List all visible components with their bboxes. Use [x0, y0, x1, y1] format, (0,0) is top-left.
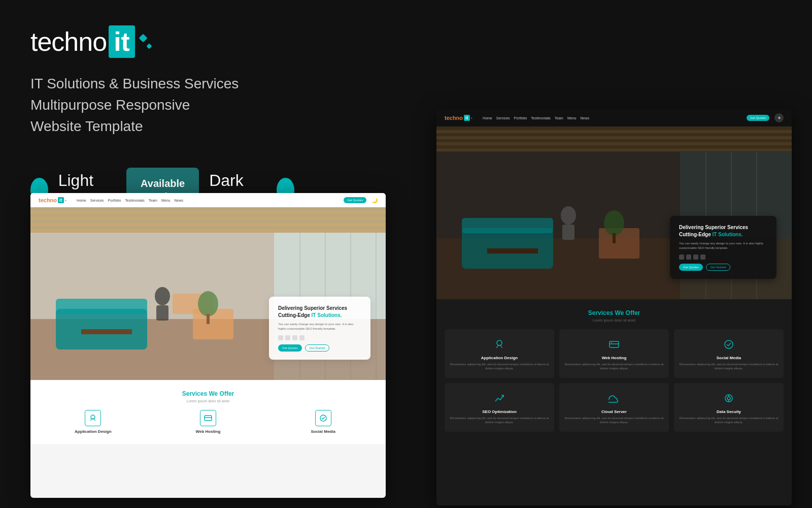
dark-app-design-label: Application Design	[450, 356, 549, 360]
svg-rect-43	[562, 225, 574, 240]
dark-nav-services[interactable]: Services	[496, 116, 510, 120]
logo-area: techno it	[30, 25, 294, 58]
light-nav-portfolio[interactable]: Portfolio	[108, 199, 121, 202]
dark-facebook-icon	[693, 255, 698, 260]
facebook-icon	[292, 335, 297, 340]
svg-point-17	[198, 291, 218, 316]
dark-nav-cta[interactable]: Get Quotes	[747, 115, 769, 121]
svg-point-42	[561, 206, 576, 225]
light-hero-buttons: Get Quotes Get Started	[278, 344, 361, 352]
dark-hero-title: Delivering Superior Services Cutting-Edg…	[679, 224, 767, 238]
logo-it-box: it	[109, 25, 135, 58]
dark-social-media-desc: Ronsectetur adipiscing elit, sed do elus…	[679, 362, 779, 371]
logo-dot-1	[139, 34, 147, 43]
tagline-line-3: Website Template	[30, 116, 294, 137]
light-moon-icon[interactable]: 🌙	[371, 198, 378, 203]
dark-social-icons	[679, 255, 767, 260]
dark-hero-desc: You can easily change any design to your…	[679, 241, 767, 250]
dark-services-grid: Application Design Ronsectetur adipiscin…	[445, 329, 784, 432]
dark-social-media-label: Social Media	[679, 356, 779, 360]
svg-point-40	[604, 210, 624, 236]
dark-services-title: Services We Offer	[445, 309, 784, 316]
list-item: SEO Optimization Ronsectetur adipiscing …	[445, 383, 554, 432]
list-item: Application Design Ronsectetur adipiscin…	[445, 329, 554, 378]
web-hosting-label: Web Hosting	[154, 429, 263, 434]
light-preview-nav-links: Home Services Portfolio Testimonials Tea…	[77, 199, 339, 202]
tagline: IT Solutions & Business Services Multipu…	[30, 73, 294, 137]
list-item: Social Media Ronsectetur adipiscing elit…	[674, 329, 784, 378]
dark-social-media-icon	[721, 336, 737, 353]
svg-rect-38	[487, 248, 538, 253]
logo-dot-2	[146, 43, 152, 49]
light-preview-nav: techno it + Home Services Portfolio Test…	[30, 193, 386, 207]
dark-sun-icon[interactable]: ☀	[774, 113, 784, 122]
light-nav-cta[interactable]: Get Quotes	[344, 197, 366, 203]
light-nav-services[interactable]: Services	[90, 199, 104, 202]
dark-seo-desc: Ronsectetur adipiscing elit, sed do elus…	[450, 416, 549, 425]
light-social-icons	[278, 335, 361, 340]
light-services-section: Services We Offer Lorem ipsum dolor sit …	[30, 380, 386, 444]
svg-rect-20	[156, 305, 168, 321]
light-nav-home[interactable]: Home	[77, 199, 86, 202]
light-hero-overlay: Delivering Superior Services Cutting-Edg…	[269, 297, 370, 360]
dark-hero-buttons: Get Quotes Get Started	[679, 264, 767, 271]
svg-rect-45	[610, 341, 619, 347]
light-hero-desc: You can easily change any design to your…	[278, 322, 361, 331]
dark-cloud-desc: Ronsectetur adipiscing elit, sed do elus…	[564, 416, 664, 425]
light-nav-testimonials[interactable]: Testimonials	[125, 199, 145, 202]
light-hero-title: Delivering Superior Services Cutting-Edg…	[278, 305, 361, 319]
dark-nav-links: Home Services Portfolio Testimonials Tea…	[483, 116, 741, 120]
light-services-grid: Application Design Web Hosting Social Me…	[39, 410, 378, 434]
tagline-line-2: Multipurpose Responsive	[30, 94, 294, 116]
light-services-sub: Lorem ipsum dolor sit amet	[39, 399, 378, 403]
dark-nav-menu[interactable]: Menu	[567, 116, 577, 120]
light-get-quotes-btn[interactable]: Get Quotes	[278, 344, 302, 352]
light-get-started-btn[interactable]: Get Started	[305, 344, 330, 352]
svg-point-19	[155, 287, 170, 305]
dark-nav-portfolio[interactable]: Portfolio	[514, 116, 527, 120]
dark-seo-label: SEO Optimization	[450, 409, 549, 414]
list-item: Social Media	[268, 410, 378, 434]
dark-services-section: Services We Offer Lorem ipsum dolor sit …	[436, 299, 792, 442]
dark-cloud-label: Cloud Server	[564, 409, 664, 414]
light-nav-menu[interactable]: Menu	[161, 199, 171, 202]
svg-point-44	[497, 340, 502, 345]
dark-nav-testimonials[interactable]: Testimonials	[531, 116, 551, 120]
dark-security-desc: Ronsectetur adipiscing elit, sed do elus…	[679, 416, 779, 425]
logo-dots	[140, 35, 151, 48]
social-media-icon	[315, 410, 331, 426]
dark-web-hosting-icon	[606, 336, 622, 353]
dark-twitter-icon	[679, 255, 684, 260]
social-media-label: Social Media	[268, 429, 378, 434]
list-item: Application Design	[39, 410, 148, 434]
dark-services-sub: Lorem ipsum dolor sit amet	[445, 319, 784, 322]
dark-hero-overlay: Delivering Superior Services Cutting-Edg…	[670, 216, 776, 279]
light-nav-news[interactable]: News	[174, 199, 183, 202]
dark-web-hosting-label: Web Hosting	[564, 356, 664, 360]
light-preview-hero: Delivering Superior Services Cutting-Edg…	[30, 207, 386, 380]
dark-get-quotes-btn[interactable]: Get Quotes	[679, 264, 703, 271]
svg-point-50	[727, 397, 730, 400]
youtube-icon	[285, 335, 290, 340]
web-hosting-icon	[200, 410, 216, 426]
dark-nav-news[interactable]: News	[580, 116, 589, 120]
logo-text: techno	[30, 26, 107, 57]
svg-rect-14	[81, 329, 132, 334]
dark-youtube-icon	[686, 255, 691, 260]
dark-mode-preview: techno it + Home Services Portfolio Test…	[436, 109, 792, 505]
list-item: Cloud Server Ronsectetur adipiscing elit…	[559, 383, 669, 432]
twitter-icon	[278, 335, 283, 340]
svg-rect-18	[207, 314, 210, 324]
dark-instagram-icon	[700, 255, 705, 260]
dark-app-design-desc: Ronsectetur adipiscing elit, sed do elus…	[450, 362, 549, 371]
dark-nav-home[interactable]: Home	[483, 116, 492, 120]
tagline-line-1: IT Solutions & Business Services	[30, 73, 294, 94]
light-preview-logo: techno it +	[39, 197, 66, 203]
dark-nav-team[interactable]: Team	[555, 116, 563, 120]
dark-security-label: Data Secuity	[679, 409, 779, 414]
dark-app-design-icon	[491, 336, 507, 353]
light-nav-team[interactable]: Team	[149, 199, 157, 202]
list-item: Web Hosting	[154, 410, 263, 434]
dark-get-started-btn[interactable]: Get Started	[706, 264, 731, 271]
instagram-icon	[299, 335, 304, 340]
